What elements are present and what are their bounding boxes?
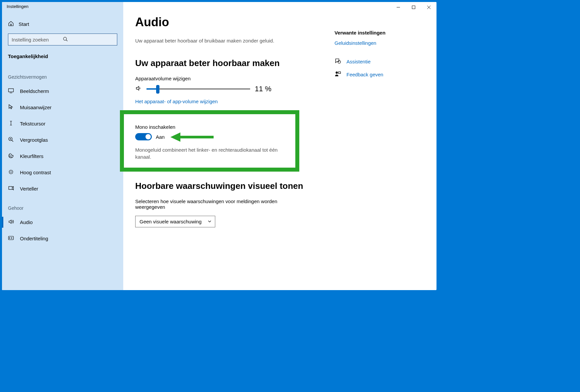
help-icon (335, 58, 341, 65)
chevron-down-icon (208, 219, 212, 224)
narrator-icon (8, 185, 14, 192)
highlight-annotation: Mono inschakelen Aan Monogeluid combinee… (120, 110, 299, 172)
nav-muisaanwijzer[interactable]: Muisaanwijzer (2, 99, 123, 116)
svg-point-29 (338, 60, 340, 63)
cc-icon (8, 235, 14, 242)
svg-line-21 (9, 170, 10, 171)
right-column: Verwante instellingen Geluidsinstellinge… (335, 15, 421, 290)
section-visueel-title: Hoorbare waarschuwingen visueel tonen (135, 181, 335, 191)
nav-hoogcontrast[interactable]: Hoog contrast (2, 164, 123, 181)
nav-label: Audio (20, 219, 33, 225)
contrast-icon (8, 169, 14, 176)
svg-line-5 (66, 40, 67, 41)
svg-rect-26 (9, 236, 14, 240)
svg-line-10 (12, 140, 13, 142)
nav-label: Vergrootglas (20, 137, 48, 143)
feedback-link[interactable]: Feedback geven (335, 71, 421, 78)
svg-point-14 (10, 156, 10, 157)
help-link[interactable]: Assistentie (335, 58, 421, 65)
search-placeholder: Instelling zoeken (12, 37, 63, 42)
svg-line-23 (9, 173, 10, 174)
nav-ondertiteling[interactable]: Ondertiteling (2, 230, 123, 247)
palette-icon (8, 153, 14, 160)
mono-title: Mono inschakelen (135, 124, 284, 130)
svg-point-4 (63, 37, 66, 40)
volume-slider[interactable] (146, 88, 250, 90)
search-icon (63, 37, 114, 43)
nav-label: Verteller (20, 186, 38, 192)
minimize-button[interactable] (391, 2, 406, 13)
main-content: Audio Uw apparaat beter hoorbaar of brui… (123, 2, 436, 290)
feedback-label: Feedback geven (346, 72, 383, 77)
maximize-button[interactable] (406, 2, 421, 13)
sidebar: Start Instelling zoeken Toegankelijkheid… (2, 2, 123, 290)
svg-marker-28 (170, 132, 180, 142)
nav-vergrootglas[interactable]: Vergrootglas (2, 132, 123, 148)
group-vision-label: Gezichtsvermogen (2, 66, 123, 83)
svg-rect-1 (412, 6, 415, 9)
page-title: Audio (135, 15, 335, 29)
nav-label: Beeldscherm (20, 88, 49, 94)
window-controls (391, 2, 436, 13)
monitor-icon (8, 88, 14, 95)
category-title: Toegankelijkheid (2, 50, 123, 66)
settings-window: Instellingen Start Instelling z (2, 2, 436, 290)
nav-label: Muisaanwijzer (20, 105, 51, 110)
arrow-annotation-icon (170, 131, 214, 143)
select-value: Geen visuele waarschuwing (140, 219, 202, 224)
visual-warning-select[interactable]: Geen visuele waarschuwing (135, 216, 215, 227)
svg-rect-6 (9, 89, 14, 92)
home-label: Start (19, 21, 29, 27)
nav-beeldscherm[interactable]: Beeldscherm (2, 83, 123, 99)
svg-point-13 (10, 155, 10, 156)
home-button[interactable]: Start (2, 17, 123, 31)
nav-kleurfilters[interactable]: Kleurfilters (2, 148, 123, 164)
volume-percent: 11 % (255, 85, 271, 93)
section-hoorbaar-title: Uw apparaat beter hoorbaar maken (135, 58, 335, 68)
help-label: Assistentie (346, 59, 371, 64)
nav-audio[interactable]: Audio (2, 214, 123, 230)
page-description: Uw apparaat beter hoorbaar of bruikbaar … (135, 38, 335, 43)
feedback-icon (335, 71, 341, 78)
section-visueel-desc: Selecteren hoe visuele waarschuwingen vo… (135, 198, 285, 210)
window-title: Instellingen (7, 4, 29, 9)
nav-label: Hoog contrast (20, 170, 51, 175)
volume-icon (135, 85, 142, 93)
search-input[interactable]: Instelling zoeken (8, 34, 117, 45)
link-geluidsinstellingen[interactable]: Geluidsinstellingen (335, 40, 421, 46)
mono-toggle[interactable] (135, 133, 152, 140)
svg-line-24 (12, 170, 13, 171)
magnifier-icon (8, 136, 14, 143)
titlebar: Instellingen (2, 2, 436, 13)
volume-label: Apparaatvolume wijzigen (135, 76, 335, 81)
svg-rect-31 (338, 72, 341, 73)
nav-label: Tekstcursor (20, 121, 46, 126)
svg-point-15 (11, 157, 12, 157)
nav-verteller[interactable]: Verteller (2, 181, 123, 197)
nav-label: Kleurfilters (20, 153, 44, 159)
related-title: Verwante instellingen (335, 30, 421, 36)
speaker-icon (8, 219, 14, 226)
mono-state: Aan (156, 134, 165, 140)
svg-line-22 (12, 173, 13, 174)
svg-rect-25 (9, 187, 12, 190)
link-change-volume[interactable]: Het apparaat- of app-volume wijzigen (135, 99, 335, 104)
nav-tekstcursor[interactable]: Tekstcursor (2, 116, 123, 132)
home-icon (8, 21, 14, 28)
group-hearing-label: Gehoor (2, 197, 123, 214)
svg-point-30 (336, 72, 338, 74)
close-button[interactable] (421, 2, 436, 13)
text-cursor-icon (8, 120, 14, 127)
nav-label: Ondertiteling (20, 236, 48, 241)
svg-point-16 (10, 171, 12, 173)
mono-description: Monogeluid combineert het linker- en rec… (135, 146, 284, 160)
cursor-icon (8, 104, 14, 111)
